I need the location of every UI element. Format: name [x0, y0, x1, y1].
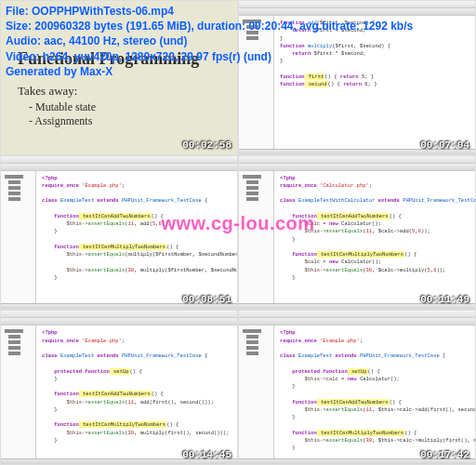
thumbnail-cell-5: <?php require_once 'Example.php'; class …: [0, 310, 238, 465]
thumbnail-cell-3: <?php require_once 'Example.php'; class …: [0, 155, 238, 311]
timestamp: 00:11:49: [420, 294, 469, 305]
slide-bullet-1: - Mutable state: [29, 100, 222, 114]
audio-line: Audio: aac, 44100 Hz, stereo (und): [6, 33, 413, 48]
timestamp: 00:07:04: [420, 140, 469, 151]
thumbnail-cell-6: <?php require_once 'Example.php'; class …: [238, 310, 476, 465]
ide-window: <?php require_once 'Example.php'; class …: [239, 311, 475, 464]
ide-sidebar: [1, 171, 36, 304]
video-line: Video: h264, yuv420p, 1280x720, 29.97 fp…: [6, 49, 413, 64]
ide-window: <?php require_once 'Example.php'; class …: [1, 156, 237, 310]
ide-menubar: [1, 156, 237, 164]
ide-window: <?php require_once 'Example.php'; class …: [1, 311, 237, 464]
ide-sidebar: [239, 171, 274, 304]
ide-toolbar: [1, 318, 237, 326]
ide-menubar: [239, 311, 475, 318]
ide-menubar: [1, 311, 237, 318]
code-editor: <?php require_once 'Example.php'; class …: [36, 326, 237, 458]
ide-toolbar: [239, 164, 475, 171]
timestamp: 00:17:42: [420, 449, 469, 460]
generated-line: Generated by Max-X: [6, 64, 413, 79]
size-line: Size: 200960328 bytes (191.65 MiB), dura…: [6, 19, 413, 33]
code-editor: <?php require_once 'Calculator.php'; cla…: [274, 171, 475, 304]
timestamp: 00:08:51: [182, 294, 231, 305]
ide-menubar: [239, 156, 475, 164]
file-info-overlay: File: OOPPHPWithTests-06.mp4 Size: 20096…: [0, 0, 418, 83]
ide-sidebar: [239, 326, 274, 458]
ide-toolbar: [1, 164, 237, 171]
ide-sidebar: [1, 326, 36, 458]
thumbnail-cell-4: <?php require_once 'Calculator.php'; cla…: [238, 155, 476, 311]
code-editor: <?php require_once 'Example.php'; class …: [274, 326, 475, 458]
ide-toolbar: [239, 318, 475, 326]
code-editor: <?php require_once 'Example.php'; class …: [36, 171, 237, 304]
slide-bullet-2: - Assignments: [29, 114, 222, 128]
ide-window: <?php require_once 'Calculator.php'; cla…: [239, 156, 475, 310]
file-line: File: OOPPHPWithTests-06.mp4: [6, 4, 413, 19]
timestamp: 00:14:45: [182, 449, 231, 460]
timestamp: 00:02:58: [182, 140, 231, 151]
slide-subtitle: Takes away:: [18, 84, 222, 99]
